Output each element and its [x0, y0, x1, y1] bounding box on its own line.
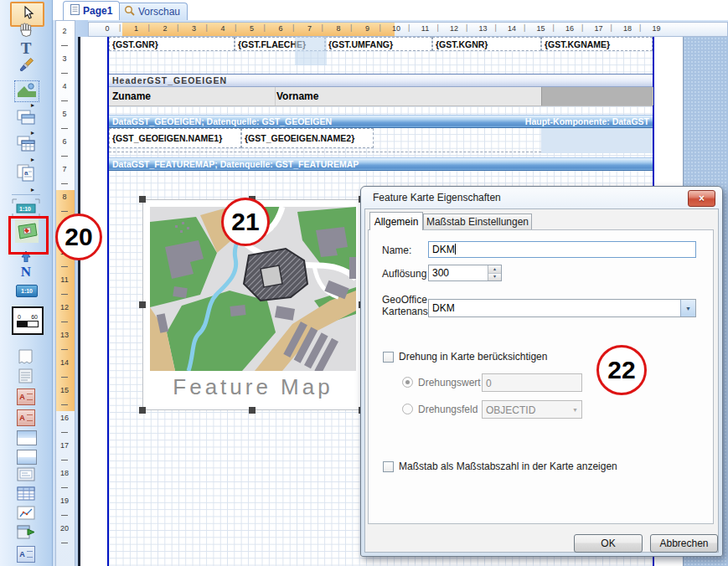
- picture-icon: [18, 82, 36, 100]
- rich-label-component-button-1[interactable]: A: [17, 388, 35, 405]
- ok-button-label: OK: [601, 538, 615, 549]
- preview-magnifier-icon: [124, 5, 135, 18]
- dialog-tab-allgemein[interactable]: Allgemein: [369, 212, 423, 230]
- spin-down-button[interactable]: ▾: [488, 274, 501, 280]
- callout-22: 22: [596, 345, 647, 395]
- v-ruler-number: 5: [56, 109, 73, 119]
- tab-vorschau[interactable]: Vorschau: [116, 3, 188, 20]
- label-component-button[interactable]: A: [17, 546, 35, 563]
- h-ruler-number: 5: [245, 24, 259, 33]
- box-arrow-icon: [17, 525, 35, 543]
- selection-handle[interactable]: [139, 301, 146, 308]
- chart-component-button[interactable]: [17, 507, 35, 522]
- selection-handle[interactable]: [139, 196, 146, 203]
- band-data-gst-featuremap[interactable]: DataGST_FEATUREMAP; Datenquelle: GST_FEA…: [109, 157, 653, 171]
- rotation-field-combobox[interactable]: OBJECTID ▼: [482, 400, 582, 419]
- tab-page1[interactable]: Page1: [63, 1, 120, 20]
- v-ruler-tick: [61, 266, 68, 267]
- field-geoeigen-name2[interactable]: {GST_GEOEIGEN.NAME2}: [241, 128, 374, 148]
- subreport-component-button[interactable]: [17, 527, 35, 541]
- grid-icon: [17, 486, 35, 504]
- field-gst-kgname[interactable]: {GST.KGNAME}: [541, 37, 653, 51]
- table-more-arrow-icon[interactable]: ▸: [31, 157, 34, 163]
- column-empty-cell: [541, 87, 653, 105]
- rotation-checkbox-label: Drehung in Karte berücksichtigen: [399, 351, 547, 363]
- ok-button[interactable]: OK: [574, 534, 643, 553]
- picture-more-arrow-icon[interactable]: ▸: [31, 102, 34, 109]
- scale-bar-component-button[interactable]: 060: [12, 306, 44, 335]
- h-ruler-tick: |: [524, 23, 525, 32]
- field-gst-kgnr[interactable]: {GST.KGNR}: [432, 37, 541, 51]
- band-data-gst-geoeigen[interactable]: DataGST_GEOEIGEN; Datenquelle: GST_GEOEI…: [109, 115, 653, 128]
- notes-component-button[interactable]: [17, 369, 34, 386]
- tab-vorschau-label: Vorschau: [138, 6, 180, 18]
- picture-component-button[interactable]: [14, 80, 39, 102]
- text-tool-button[interactable]: T: [15, 40, 37, 57]
- rotation-checkbox[interactable]: [383, 352, 394, 363]
- scale-number-icon-label: 1:10: [21, 288, 33, 294]
- h-ruler-number: 17: [592, 24, 606, 33]
- scale-number-component-button[interactable]: 1:10: [16, 285, 38, 297]
- table-component-button[interactable]: [15, 136, 37, 154]
- h-ruler-number: 16: [563, 24, 576, 33]
- text-caret: [455, 244, 456, 255]
- gradient-top-component-button[interactable]: [17, 430, 37, 445]
- label-a-icon: A: [19, 393, 25, 401]
- dialog-tab-massstab[interactable]: Maßstab Einstellungen: [423, 214, 532, 230]
- rotation-field-radio-label: Drehungsfeld: [418, 404, 478, 415]
- h-ruler-number: 18: [621, 24, 634, 33]
- radio-dot: [405, 380, 410, 384]
- h-ruler-tick: |: [379, 23, 381, 32]
- v-ruler-tick: [61, 100, 68, 101]
- mapview-combobox[interactable]: DKM ▼: [428, 299, 696, 317]
- column-header-row[interactable]: Zuname Vorname: [109, 87, 653, 106]
- textblock-more-arrow-icon[interactable]: ▸: [31, 187, 34, 193]
- h-ruler-tick: |: [611, 23, 612, 32]
- pan-tool-button[interactable]: [15, 23, 37, 41]
- mapview-dropdown-button[interactable]: ▼: [680, 300, 695, 316]
- v-ruler-tick: [61, 349, 68, 350]
- scale-bar-left-label: 0: [18, 314, 21, 320]
- report-designer-window: T ▸ ▸ ▸ a ▸ 1:10: [0, 0, 728, 566]
- page-component-button[interactable]: [17, 350, 34, 367]
- rotation-value-radio[interactable]: [402, 377, 413, 388]
- label-lines-icon: [27, 551, 33, 558]
- page-left-margin: [80, 37, 109, 566]
- field-gst-gnr[interactable]: {GST.GNR}: [109, 37, 235, 51]
- label-lines-icon: [27, 394, 33, 400]
- brush-icon: [17, 56, 35, 78]
- rotation-field-radio[interactable]: [402, 404, 413, 414]
- band-component-button[interactable]: [15, 111, 37, 127]
- cancel-button[interactable]: Abbrechen: [650, 534, 718, 553]
- name-input[interactable]: DKM: [428, 241, 696, 258]
- frame-component-button[interactable]: [17, 469, 35, 483]
- table-icon: [17, 136, 35, 155]
- scale-number-checkbox[interactable]: [383, 461, 394, 472]
- v-ruler-tick: [61, 73, 68, 74]
- dialog-close-button[interactable]: ×: [688, 190, 715, 207]
- rotation-value-input[interactable]: 0: [482, 373, 582, 392]
- scale-bar-right-label: 60: [31, 314, 38, 320]
- spin-up-button[interactable]: ▴: [488, 265, 501, 274]
- dpi-spinbox[interactable]: 300 ▴ ▾: [428, 265, 502, 281]
- selection-handle[interactable]: [249, 407, 256, 414]
- frame-icon: [17, 467, 35, 485]
- chevron-down-icon: ▼: [685, 306, 691, 311]
- textblock-component-button[interactable]: a: [15, 164, 37, 184]
- grid-selection-patch: [295, 37, 327, 65]
- band-header-gst-geoeigen[interactable]: HeaderGST_GEOEIGEN: [109, 74, 653, 87]
- v-ruler-tick: [61, 515, 68, 516]
- rich-label-component-button-2[interactable]: A: [17, 409, 35, 426]
- v-ruler-number: 14: [56, 358, 73, 368]
- north-arrow-component-button[interactable]: N: [15, 251, 37, 278]
- format-brush-button[interactable]: [15, 58, 37, 76]
- scale-bar-icon-numbers: 060: [18, 314, 38, 320]
- grid-component-button[interactable]: [17, 488, 35, 502]
- field-gst-umfang[interactable]: {GST.UMFANG}: [325, 37, 432, 51]
- field-geoeigen-name1[interactable]: {GST_GEOEIGEN.NAME1}: [109, 128, 241, 148]
- selection-handle[interactable]: [139, 407, 146, 414]
- h-ruler-number: 7: [303, 24, 317, 33]
- gradient-bottom-component-button[interactable]: [17, 450, 37, 465]
- h-ruler-tick: |: [177, 23, 178, 32]
- v-ruler-tick: [61, 487, 68, 488]
